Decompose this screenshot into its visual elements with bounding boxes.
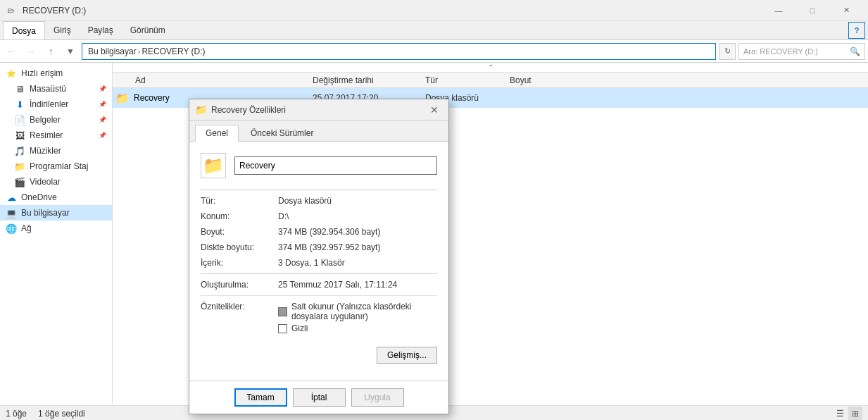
advanced-row: Gelişmiş...: [201, 347, 437, 364]
prop-label-konum: Konum:: [201, 211, 278, 221]
prop-label-icerik: İçerik:: [201, 258, 278, 268]
dialog-tab-general[interactable]: Genel: [195, 125, 239, 142]
prop-value-olusturma: 25 Temmuz 2017 Salı, 17:11:24: [278, 280, 437, 290]
prop-row-diskboyut: Diskte boyutu: 374 MB (392.957.952 bayt): [201, 242, 437, 252]
prop-row-boyut: Boyut: 374 MB (392.954.306 bayt): [201, 227, 437, 237]
prop-row-oznitelikler: Öznitelikler: Salt okunur (Yalnızca klas…: [201, 302, 437, 341]
dialog-content: 📁 Tür: Dosya klasörü Konum: D:\ Boyut: 3…: [189, 142, 448, 381]
prop-row-olusturma: Oluşturulma: 25 Temmuz 2017 Salı, 17:11:…: [201, 280, 437, 290]
separator-3: [201, 295, 437, 296]
dialog-overlay: 📁 Recovery Özellikleri ✕ Genel Önceki Sü…: [0, 0, 868, 420]
cancel-button[interactable]: İptal: [293, 388, 346, 407]
attr-item-hidden: Gizli: [278, 323, 437, 333]
prop-row-tur: Tür: Dosya klasörü: [201, 196, 437, 206]
dialog-title-bar: 📁 Recovery Özellikleri ✕: [189, 99, 448, 121]
dialog-title-text: Recovery Özellikleri: [211, 105, 426, 115]
dialog-buttons: Tamam İptal Uygula: [189, 381, 448, 414]
dialog-close-button[interactable]: ✕: [426, 101, 443, 118]
prop-row-konum: Konum: D:\: [201, 211, 437, 221]
prop-label-tur: Tür:: [201, 196, 278, 206]
prop-row-icerik: İçerik: 3 Dosya, 1 Klasör: [201, 258, 437, 268]
hidden-label: Gizli: [291, 323, 308, 333]
attr-item-readonly: Salt okunur (Yalnızca klasördeki dosyala…: [278, 302, 437, 321]
readonly-label: Salt okunur (Yalnızca klasördeki dosyala…: [291, 302, 437, 321]
prop-value-boyut: 374 MB (392.954.306 bayt): [278, 227, 437, 237]
prop-value-icerik: 3 Dosya, 1 Klasör: [278, 258, 437, 268]
separator-1: [201, 190, 437, 190]
ok-button[interactable]: Tamam: [234, 388, 287, 407]
dialog-folder-icon: 📁: [201, 153, 226, 178]
readonly-checkbox[interactable]: [278, 307, 287, 316]
apply-button[interactable]: Uygula: [351, 388, 404, 407]
prop-label-olusturma: Oluşturulma:: [201, 280, 278, 290]
prop-label-diskboyut: Diskte boyutu:: [201, 242, 278, 252]
attr-section: Salt okunur (Yalnızca klasördeki dosyala…: [278, 302, 437, 335]
dialog-title-icon: 📁: [195, 104, 207, 116]
dialog-folder-header: 📁: [201, 153, 437, 178]
dialog-tabs: Genel Önceki Sürümler: [189, 121, 448, 142]
prop-label-boyut: Boyut:: [201, 227, 278, 237]
prop-value-konum: D:\: [278, 211, 437, 221]
folder-big-icon: 📁: [203, 156, 224, 175]
prop-value-tur: Dosya klasörü: [278, 196, 437, 206]
prop-label-oznitelikler: Öznitelikler:: [201, 302, 278, 311]
separator-2: [201, 273, 437, 274]
hidden-checkbox[interactable]: [278, 324, 287, 333]
advanced-button[interactable]: Gelişmiş...: [377, 347, 437, 364]
folder-name-input[interactable]: [234, 156, 437, 175]
properties-dialog: 📁 Recovery Özellikleri ✕ Genel Önceki Sü…: [189, 99, 449, 414]
dialog-tab-previous-versions[interactable]: Önceki Sürümler: [240, 125, 324, 141]
prop-value-diskboyut: 374 MB (392.957.952 bayt): [278, 242, 437, 252]
